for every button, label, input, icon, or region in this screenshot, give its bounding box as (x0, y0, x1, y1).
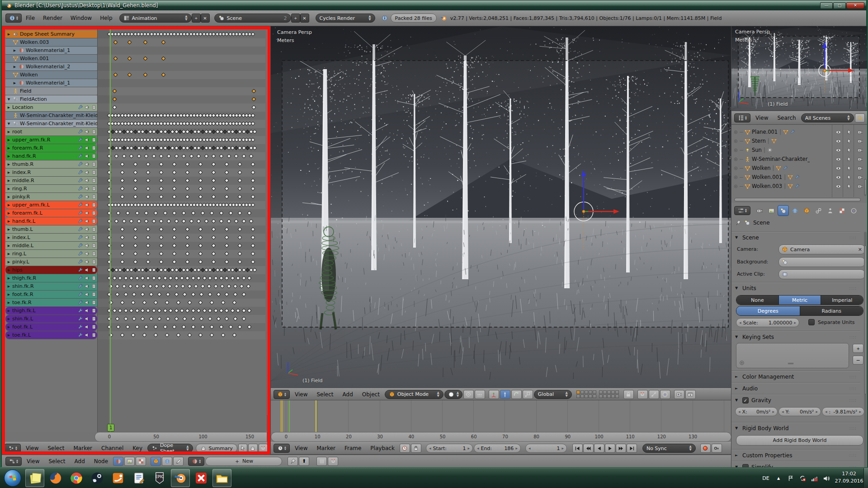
tab-render[interactable] (754, 205, 765, 216)
keying-set-remove-button[interactable]: − (853, 356, 863, 365)
editor-type-node[interactable]: ▲▼ (5, 457, 22, 466)
vp-menu-select[interactable]: Select (312, 391, 337, 398)
node-menu-add[interactable]: Add (71, 458, 89, 465)
tray-show-hidden-icons[interactable]: ▲ (774, 468, 783, 488)
channel-wolkenmaterial-2[interactable]: ▶Wolkenmaterial_2 (5, 63, 97, 70)
taskbar-epic-games[interactable]: EPIC (150, 469, 169, 487)
layer-cell[interactable] (603, 390, 607, 394)
channel-expand-icon[interactable]: ▶ (7, 285, 11, 288)
pin-icon[interactable] (91, 259, 97, 265)
expand-icon[interactable] (733, 139, 738, 144)
mute-icon[interactable] (84, 137, 90, 143)
channel-expand-icon[interactable]: ▶ (7, 260, 11, 264)
editor-type-timeline[interactable]: ▲▼ (274, 444, 290, 453)
layer-cell[interactable] (593, 390, 596, 394)
tab-physics[interactable] (836, 205, 848, 216)
mute-icon[interactable] (84, 291, 90, 297)
mute-icon[interactable] (84, 104, 90, 110)
selectability-toggle[interactable] (844, 173, 854, 182)
taskbar-blender[interactable] (171, 469, 190, 487)
mute-icon[interactable] (84, 178, 90, 183)
ds-menu-select[interactable]: Select (43, 445, 68, 451)
pin-icon[interactable] (735, 220, 741, 226)
channel-expand-icon[interactable]: ▶ (7, 236, 11, 239)
channel-expand-icon[interactable]: ▼ (7, 122, 11, 126)
snap-element-dropdown[interactable] (649, 390, 659, 399)
orientation-d ropdown[interactable]: Global▲▼ (534, 390, 572, 399)
pin-icon[interactable] (91, 332, 97, 338)
panel-audio[interactable]: ►Audio:::: (731, 383, 860, 394)
lock-to-scene-button[interactable] (623, 390, 634, 399)
vp-menu-object[interactable]: Object (358, 391, 384, 398)
layer-grid-2[interactable] (599, 390, 619, 398)
channel-root[interactable]: ▶root (5, 128, 97, 136)
mute-icon[interactable] (84, 316, 90, 322)
tray-action-center-icon[interactable] (786, 468, 796, 488)
visibility-toggle[interactable] (833, 155, 843, 164)
channel-expand-icon[interactable]: ▶ (7, 138, 11, 142)
lock-range-button[interactable] (411, 444, 421, 453)
shader-nodes-toggle[interactable] (113, 457, 123, 466)
units-radians[interactable]: Radians (800, 306, 863, 315)
layer-cell[interactable] (576, 394, 580, 398)
channel-w-seminar-charakter-mit-kleidu[interactable]: W-Seminar-Charakter_mit-Kleidu (5, 112, 97, 119)
modifier-icon[interactable] (77, 178, 83, 183)
modifier-icon[interactable] (77, 308, 83, 314)
modifier-icon[interactable] (77, 137, 83, 143)
ds-menu-view[interactable]: View (22, 445, 42, 451)
parent-node-button[interactable]: ⬆ (299, 457, 309, 466)
selectability-toggle[interactable] (844, 145, 854, 155)
pin-icon[interactable] (91, 251, 97, 257)
channel-index-l[interactable]: ▶index.L (5, 234, 97, 241)
tab-scene[interactable] (778, 205, 789, 216)
pin-icon[interactable] (91, 137, 97, 143)
editor-type-info[interactable]: ▲▼ (5, 14, 22, 23)
tab-particles[interactable] (848, 205, 859, 216)
keying-set-add-button[interactable]: ＋ (853, 344, 863, 353)
channel-toe-fk-r[interactable]: ▶toe.fk.R (5, 299, 97, 306)
renderability-toggle[interactable] (855, 127, 865, 136)
panel-gravity[interactable]: ▼ ✓ Gravity:::: (731, 394, 860, 405)
layer-cell[interactable] (607, 394, 611, 398)
ghost-button[interactable] (248, 444, 257, 453)
timeline-ruler[interactable]: 0102030405060708090100110120130 (271, 432, 731, 442)
mute-icon[interactable] (84, 169, 90, 175)
editor-type-3dview[interactable]: ▲▼ (274, 390, 290, 399)
renderability-toggle[interactable] (855, 136, 865, 145)
channel-expand-icon[interactable]: ▶ (7, 317, 11, 321)
manipulator-axes[interactable] (489, 390, 499, 399)
units-imperial[interactable]: Imperial (821, 296, 863, 305)
selectability-toggle[interactable] (844, 155, 854, 164)
lineart-toggle[interactable] (173, 457, 184, 466)
panel-simplify[interactable]: ▼ Simplify:::: (731, 461, 860, 467)
ds-menu-key[interactable]: Key (128, 445, 146, 451)
panel-scene[interactable]: ▼Scene:::: (731, 232, 860, 243)
new-material-button[interactable]: ＋New (205, 457, 282, 466)
mute-icon[interactable] (84, 275, 90, 281)
shading-dropdown[interactable]: ▲▼ (444, 390, 462, 399)
channel-wolkenmaterial-1[interactable]: ▶Wolkenmaterial_1 (5, 47, 97, 54)
channel-wolken-001[interactable]: Wolken.001 (5, 55, 97, 62)
channel-expand-icon[interactable]: ▶ (7, 333, 11, 337)
tab-render-layers[interactable] (766, 205, 777, 216)
dopesheet-vscrollbar[interactable] (266, 27, 269, 431)
tl-menu-frame[interactable]: Frame (340, 445, 365, 451)
active-clip-field[interactable] (778, 269, 865, 279)
simplify-checkbox[interactable] (742, 464, 749, 468)
channel-field[interactable]: Field (5, 87, 97, 95)
gravity-z-field[interactable]: ◂:-9.81m/s²▸ (822, 407, 864, 416)
channel-expand-icon[interactable]: ▶ (7, 293, 11, 296)
channel-expand-icon[interactable]: ▶ (7, 211, 11, 215)
maximize-button[interactable]: ▢ (833, 2, 846, 9)
tl-menu-marker[interactable]: Marker (312, 445, 339, 451)
outliner-vscrollbar[interactable] (864, 179, 867, 196)
menu-help[interactable]: Help (96, 15, 116, 21)
snap-button[interactable] (259, 444, 268, 453)
panel-custom-properties[interactable]: ►Custom Properties:::: (731, 450, 860, 460)
object-shader-toggle[interactable] (151, 457, 161, 466)
panel-color-management[interactable]: ►Color Management:::: (731, 371, 860, 382)
pin-icon[interactable] (91, 145, 97, 151)
play-button[interactable] (605, 444, 615, 453)
channel-pinky-r[interactable]: ▶pinky.R (5, 193, 97, 201)
channel-expand-icon[interactable]: ▶ (13, 81, 17, 85)
